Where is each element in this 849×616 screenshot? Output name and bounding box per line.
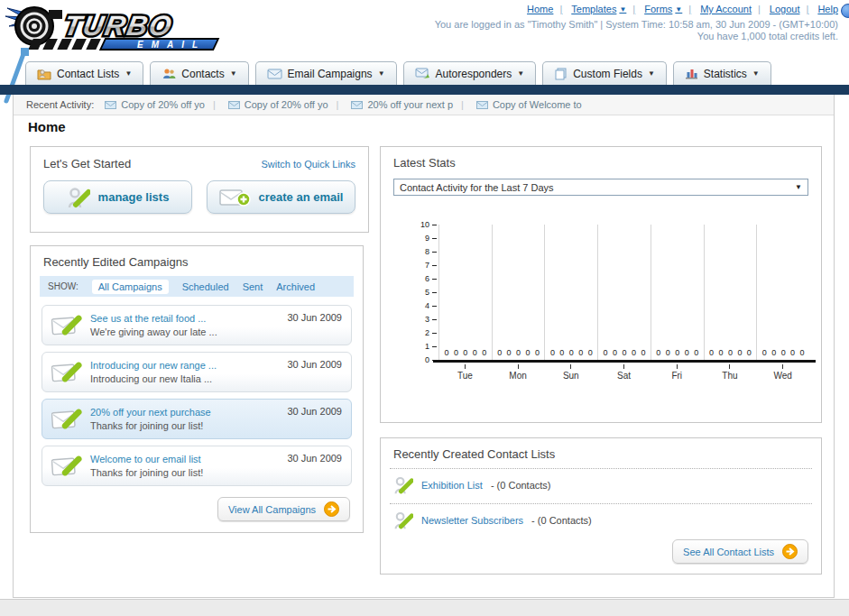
chevron-down-icon: ▼ [752, 69, 760, 78]
tab-custom-fields[interactable]: Custom Fields ▼ [542, 61, 667, 85]
contact-list-count: - (0 Contacts) [491, 480, 551, 491]
contact-list-link[interactable]: Exhibition List [421, 480, 483, 491]
y-tick-label: 5 [425, 288, 437, 297]
recent-activity-item[interactable]: 20% off your next p [328, 99, 453, 110]
recent-activity-item[interactable]: Copy of 20% off yo [105, 99, 205, 110]
chevron-down-icon: ▼ [619, 5, 626, 14]
y-tick-label: 8 [425, 247, 437, 256]
nav-link-logout[interactable]: Logout [752, 4, 800, 14]
chart-value-label: 0 [781, 348, 786, 357]
tab-statistics[interactable]: Statistics ▼ [673, 61, 771, 85]
campaign-row[interactable]: Introducing our new range ... Introducin… [42, 352, 352, 392]
chart-value-label: 0 [709, 348, 714, 357]
nav-link-forms[interactable]: Forms▼ [626, 4, 682, 14]
chart-day-group: 00000 [651, 225, 704, 360]
nav-link-my-account[interactable]: My Account [682, 4, 752, 14]
filter-scheduled[interactable]: Scheduled [182, 281, 229, 292]
turbo-logo-graphic: TURBO EMAIL [4, 2, 220, 52]
x-axis-label: Sun [544, 364, 597, 381]
envelope-pencil-icon [51, 313, 82, 337]
chart-value-label: 0 [666, 348, 670, 357]
stats-dropdown[interactable]: Contact Activity for the Last 7 Days ▼ [393, 179, 808, 196]
x-axis-label: Fri [651, 364, 704, 381]
chart-value-label: 0 [550, 348, 555, 357]
envelope-pencil-icon [51, 454, 82, 478]
chart-day-group: 00000 [597, 225, 651, 360]
tab-autoresponders[interactable]: Autoresponders ▼ [403, 61, 537, 85]
switch-quick-links-link[interactable]: Switch to Quick Links [261, 159, 355, 170]
campaign-title-link[interactable]: Introducing our new range ... [90, 359, 217, 372]
chart-value-label: 0 [507, 348, 512, 357]
envelope-icon [228, 101, 240, 109]
filter-all-campaigns[interactable]: All Campaigns [92, 280, 169, 294]
contact-list-item[interactable]: Exhibition List - (0 Contacts) [381, 469, 821, 501]
view-all-campaigns-button[interactable]: View All Campaigns [217, 497, 350, 521]
envelope-plus-icon [219, 188, 251, 207]
chart-value-label: 0 [604, 348, 608, 357]
tab-email-campaigns[interactable]: Email Campaigns ▼ [255, 61, 397, 85]
contact-activity-chart: 109876543210 000000000000000000000000000… [381, 217, 823, 382]
chart-value-label: 0 [482, 348, 486, 357]
tab-contact-lists[interactable]: Contact Lists ▼ [25, 61, 143, 85]
turbo-email-logo[interactable]: TURBO EMAIL [4, 2, 220, 56]
y-tick-label: 6 [425, 274, 437, 283]
chart-value-label: 0 [516, 348, 521, 357]
envelope-pencil-icon [51, 407, 82, 431]
nav-link-help[interactable]: Help [800, 4, 838, 14]
chart-value-label: 0 [718, 348, 723, 357]
chart-value-label: 0 [588, 348, 593, 357]
see-all-contact-lists-label: See All Contact Lists [683, 547, 774, 557]
campaign-title-link[interactable]: 20% off your next purchase [90, 406, 211, 419]
contact-list-item[interactable]: Newsletter Subscribers - (0 Contacts) [381, 504, 821, 537]
nav-link-home[interactable]: Home [527, 4, 553, 14]
contact-lists-title: Recently Created Contact Lists [381, 438, 821, 466]
campaign-row[interactable]: See us at the retail food ... We're givi… [42, 305, 352, 345]
y-tick-label: 2 [425, 328, 437, 337]
login-info: You are logged in as "Timothy Smith" | S… [435, 19, 838, 30]
nav-link-templates[interactable]: Templates▼ [553, 4, 626, 14]
contact-lists-panel: Recently Created Contact Lists Exhibitio… [380, 437, 822, 575]
envelope-icon [351, 101, 363, 109]
statistics-bars-icon [685, 68, 698, 79]
chart-value-label: 0 [463, 348, 467, 357]
chevron-down-icon: ▼ [125, 69, 132, 78]
tab-contacts[interactable]: Contacts ▼ [150, 61, 248, 85]
campaign-row[interactable]: 20% off your next purchase Thanks for jo… [42, 399, 352, 439]
orange-arrow-icon [324, 501, 339, 517]
campaign-title-link[interactable]: Welcome to our email list [90, 453, 203, 466]
chart-value-label: 0 [800, 348, 805, 357]
see-all-contact-lists-button[interactable]: See All Contact Lists [672, 539, 808, 564]
stats-dropdown-value: Contact Activity for the Last 7 Days [400, 182, 554, 193]
footer-strip [0, 599, 849, 616]
tab-label: Contact Lists [57, 68, 119, 80]
filter-sent[interactable]: Sent [243, 281, 263, 292]
page-title: Home [28, 119, 66, 134]
chart-value-label: 0 [613, 348, 617, 357]
chart-value-label: 0 [656, 348, 660, 357]
manage-lists-button[interactable]: manage lists [43, 180, 192, 214]
chart-value-label: 0 [675, 348, 679, 357]
chart-x-axis: TueMonSunSatFriThuWed [438, 364, 809, 381]
campaign-row[interactable]: Welcome to our email list Thanks for joi… [42, 446, 352, 486]
x-axis-label: Thu [704, 364, 757, 381]
create-email-button[interactable]: create an email [207, 180, 355, 214]
latest-stats-title: Latest Stats [381, 147, 821, 175]
navy-divider-bar [0, 85, 849, 95]
campaign-list: See us at the retail food ... We're givi… [31, 297, 363, 486]
tab-label: Statistics [704, 68, 747, 80]
contact-list-link[interactable]: Newsletter Subscribers [421, 515, 523, 526]
campaign-title-link[interactable]: See us at the retail food ... [90, 312, 217, 326]
chart-day-group: 00000 [704, 225, 757, 360]
filter-archived[interactable]: Archived [276, 281, 315, 292]
y-tick-label: 10 [420, 220, 437, 229]
y-tick-label: 7 [425, 261, 437, 270]
campaign-subtitle: We're giving away our late ... [90, 326, 217, 339]
chart-value-label: 0 [535, 348, 540, 357]
recent-activity-item[interactable]: Copy of 20% off yo [205, 99, 328, 110]
help-bubble-icon[interactable] [841, 4, 849, 18]
get-started-title: Let's Get Started [43, 157, 131, 170]
y-tick-label: 4 [425, 301, 437, 310]
chart-value-label: 0 [728, 348, 733, 357]
envelope-icon [476, 101, 488, 109]
recent-activity-item[interactable]: Copy of Welcome to [453, 99, 582, 110]
